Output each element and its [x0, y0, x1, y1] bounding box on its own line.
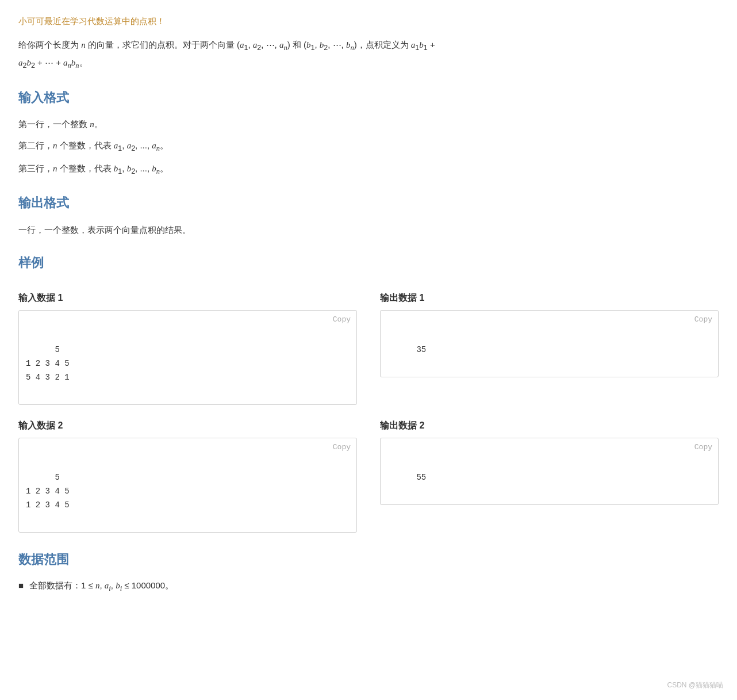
data-range-section: 数据范围 ■ 全部数据有：1 ≤ n, ai, bi ≤ 1000000。	[18, 549, 719, 595]
sample-1-output-copy-button[interactable]: Copy	[694, 315, 712, 324]
sample-1-output-data: 35	[416, 345, 426, 354]
sample-2-output-data: 55	[416, 473, 426, 482]
sample-1-input-container: 输入数据 1 Copy 5 1 2 3 4 5 5 4 3 2 1	[18, 282, 357, 405]
sample-2-output-copy-button[interactable]: Copy	[694, 443, 712, 452]
sample-1-input-box: Copy 5 1 2 3 4 5 5 4 3 2 1	[18, 310, 357, 405]
sample-1-input-data: 5 1 2 3 4 5 5 4 3 2 1	[26, 345, 70, 382]
sample-2-input-copy-button[interactable]: Copy	[333, 443, 351, 452]
sample-1-output-container: 输出数据 1 Copy 35	[380, 282, 719, 405]
sample-2-input-label: 输入数据 2	[18, 418, 357, 433]
sample-pair-2: 输入数据 2 Copy 5 1 2 3 4 5 1 2 3 4 5 输出数据 2…	[18, 410, 719, 533]
data-range-item-1: ■ 全部数据有：1 ≤ n, ai, bi ≤ 1000000。	[18, 578, 719, 595]
data-range-title: 数据范围	[18, 549, 719, 570]
sample-2-output-box: Copy 55	[380, 438, 719, 505]
input-format-line2: 第二行，n 个整数，代表 a1, a2, ..., an。	[18, 137, 719, 156]
sample-2-input-container: 输入数据 2 Copy 5 1 2 3 4 5 1 2 3 4 5	[18, 410, 357, 533]
output-format-line1: 一行，一个整数，表示两个向量点积的结果。	[18, 222, 719, 239]
sample-pair-1: 输入数据 1 Copy 5 1 2 3 4 5 5 4 3 2 1 输出数据 1…	[18, 282, 719, 405]
input-format-title: 输入格式	[18, 87, 719, 108]
sample-2-output-container: 输出数据 2 Copy 55	[380, 410, 719, 533]
sample-2-output-label: 输出数据 2	[380, 418, 719, 433]
input-format-line1: 第一行，一个整数 n。	[18, 116, 719, 133]
intro-line: 小可可最近在学习代数运算中的点积！	[18, 14, 719, 29]
problem-desc: 给你两个长度为 n 的向量，求它们的点积。对于两个向量 (a1, a2, ⋯, …	[18, 37, 719, 74]
sample-2-input-box: Copy 5 1 2 3 4 5 1 2 3 4 5	[18, 438, 357, 533]
sample-1-input-label: 输入数据 1	[18, 290, 357, 305]
bullet-icon: ■	[18, 578, 24, 593]
samples-title: 样例	[18, 252, 719, 273]
sample-1-input-copy-button[interactable]: Copy	[333, 315, 351, 324]
output-format-title: 输出格式	[18, 192, 719, 213]
sample-2-input-data: 5 1 2 3 4 5 1 2 3 4 5	[26, 473, 70, 510]
sample-1-output-box: Copy 35	[380, 310, 719, 377]
input-format-line3: 第三行，n 个整数，代表 b1, b2, ..., bn。	[18, 160, 719, 179]
sample-1-output-label: 输出数据 1	[380, 290, 719, 305]
data-range-text-1: 全部数据有：1 ≤ n, ai, bi ≤ 1000000。	[29, 578, 174, 595]
